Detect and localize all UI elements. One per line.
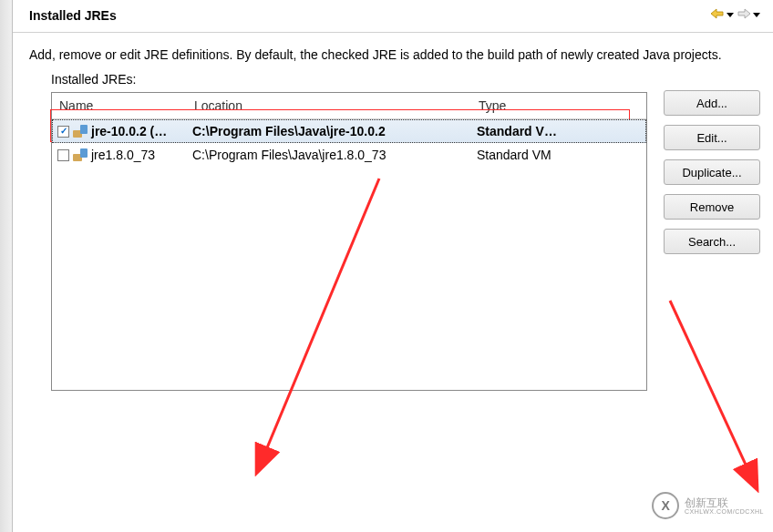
forward-button[interactable] bbox=[736, 7, 760, 23]
watermark: X 创新互联 CXHLWX.COM/CDCXHL bbox=[652, 492, 764, 519]
jre-location: C:\Program Files\Java\jre-10.0.2 bbox=[187, 124, 471, 138]
chevron-down-icon bbox=[753, 13, 760, 17]
jre-table: Name Location Type ✓jre-10.0.2 (…C:\Prog… bbox=[51, 92, 647, 391]
description: Add, remove or edit JRE definitions. By … bbox=[13, 33, 773, 72]
page-title: Installed JREs bbox=[29, 8, 117, 23]
chevron-down-icon bbox=[727, 13, 734, 17]
table-header: Name Location Type bbox=[52, 93, 646, 119]
arrow-right-icon bbox=[736, 7, 752, 23]
jre-location: C:\Program Files\Java\jre1.8.0_73 bbox=[187, 148, 471, 162]
jre-icon bbox=[73, 148, 88, 161]
watermark-logo-icon: X bbox=[652, 492, 679, 519]
duplicate-button[interactable]: Duplicate... bbox=[664, 159, 760, 185]
left-gutter bbox=[0, 0, 13, 532]
remove-button[interactable]: Remove bbox=[664, 194, 760, 220]
watermark-sub: CXHLWX.COM/CDCXHL bbox=[685, 508, 764, 515]
table-label: Installed JREs: bbox=[51, 72, 647, 87]
table-row[interactable]: ✓jre-10.0.2 (…C:\Program Files\Java\jre-… bbox=[52, 119, 646, 143]
header: Installed JREs bbox=[13, 0, 773, 33]
edit-button[interactable]: Edit... bbox=[664, 125, 760, 150]
col-type[interactable]: Type bbox=[471, 93, 646, 118]
col-name[interactable]: Name bbox=[52, 93, 187, 118]
arrow-left-icon bbox=[709, 7, 726, 23]
table-row[interactable]: jre1.8.0_73C:\Program Files\Java\jre1.8.… bbox=[52, 143, 646, 167]
col-location[interactable]: Location bbox=[187, 93, 471, 118]
nav-arrows bbox=[709, 7, 760, 23]
checkbox[interactable] bbox=[57, 149, 69, 161]
jre-type: Standard V… bbox=[471, 124, 646, 138]
search-button[interactable]: Search... bbox=[664, 229, 760, 254]
jre-name: jre-10.0.2 (… bbox=[91, 124, 167, 138]
checkbox[interactable]: ✓ bbox=[57, 126, 69, 138]
back-button[interactable] bbox=[709, 7, 734, 23]
jre-name: jre1.8.0_73 bbox=[91, 148, 155, 162]
add-button[interactable]: Add... bbox=[664, 90, 760, 116]
jre-type: Standard VM bbox=[471, 148, 646, 162]
jre-icon bbox=[73, 125, 88, 138]
watermark-brand: 创新互联 bbox=[685, 497, 764, 508]
